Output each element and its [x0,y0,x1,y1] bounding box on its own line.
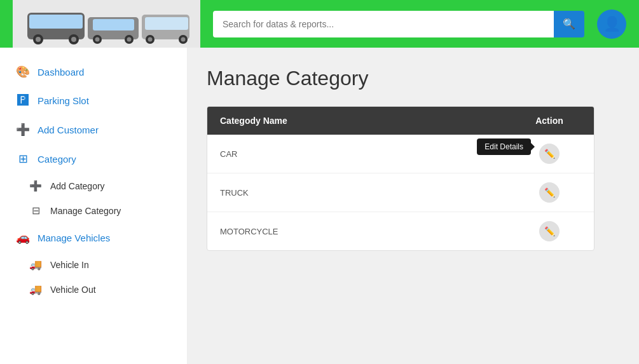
svg-rect-7 [93,19,134,30]
manage-vehicles-icon: 🚗 [16,231,30,245]
parking-icon: 🅿 [16,94,30,107]
sidebar-sub-label: Vehicle In [50,260,89,270]
sidebar-sub-label: Manage Category [50,206,121,216]
dashboard-icon: 🎨 [16,65,30,79]
sidebar-item-dashboard[interactable]: 🎨 Dashboard [0,57,187,86]
row-cell-name: CAR [220,149,518,159]
sidebar-item-manage-vehicles[interactable]: 🚗 Manage Vehicles [0,223,187,252]
data-table: Categody Name Action CAR ✏️ Edit Details… [207,106,594,251]
sidebar-item-label: Add Customer [38,125,99,135]
sidebar-item-label: Parking Slot [38,95,89,106]
search-area: 🔍 [213,11,584,37]
sidebar-sub-vehicle-in[interactable]: 🚚 Vehicle In [0,252,187,277]
category-icon: ⊞ [16,152,30,166]
svg-point-4 [36,37,41,42]
vehicle-in-icon: 🚚 [29,259,43,271]
col-header-action: Action [518,116,581,126]
sidebar-sub-label: Vehicle Out [50,285,96,295]
user-icon: 👤 [603,16,621,32]
svg-rect-1 [29,15,83,29]
edit-button[interactable]: ✏️ Edit Details [539,144,560,164]
main-content: Manage Category Categody Name Action CAR… [188,48,639,364]
svg-point-17 [181,37,185,42]
sidebar-item-label: Manage Vehicles [38,233,110,243]
svg-rect-13 [145,17,188,30]
col-header-name: Categody Name [220,116,518,126]
svg-point-5 [71,37,76,42]
table-row: CAR ✏️ Edit Details [207,135,594,173]
layout: 🎨 Dashboard 🅿 Parking Slot ➕ Add Custome… [0,48,639,364]
svg-point-16 [148,37,152,42]
sidebar-sub-vehicle-out[interactable]: 🚚 Vehicle Out [0,277,187,302]
vehicle-out-icon: 🚚 [29,283,43,295]
table-row: MOTORCYCLE ✏️ [207,212,594,250]
table-row: TRUCK ✏️ [207,173,594,212]
row-action-cell: ✏️ [518,182,581,203]
sidebar-item-parking-slot[interactable]: 🅿 Parking Slot [0,86,187,115]
logo-area [13,0,200,48]
edit-button[interactable]: ✏️ [539,182,560,203]
add-customer-icon: ➕ [16,123,30,137]
search-input[interactable] [213,11,554,37]
sidebar-sub-manage-category[interactable]: ⊟ Manage Category [0,198,187,223]
row-action-cell: ✏️ [518,221,581,241]
sidebar-item-add-customer[interactable]: ➕ Add Customer [0,115,187,144]
table-header: Categody Name Action [207,107,594,135]
row-cell-name: MOTORCYCLE [220,227,518,236]
manage-category-icon: ⊟ [29,205,43,217]
sidebar: 🎨 Dashboard 🅿 Parking Slot ➕ Add Custome… [0,48,188,364]
row-cell-name: TRUCK [220,188,518,198]
edit-button[interactable]: ✏️ [539,221,560,241]
sidebar-sub-add-category[interactable]: ➕ Add Category [0,173,187,198]
search-icon: 🔍 [563,18,575,30]
sidebar-sub-label: Add Category [50,181,105,191]
sidebar-item-category[interactable]: ⊞ Category [0,144,187,173]
sidebar-item-label: Dashboard [38,67,84,78]
svg-point-10 [95,37,99,42]
svg-point-11 [127,37,131,42]
search-button[interactable]: 🔍 [554,11,584,37]
page-title: Manage Category [207,67,620,90]
row-action-cell: ✏️ Edit Details [518,144,581,164]
avatar[interactable]: 👤 [597,10,626,39]
add-category-icon: ➕ [29,180,43,192]
header: 🔍 👤 [0,0,639,48]
logo-image [24,3,189,44]
sidebar-item-label: Category [38,154,76,165]
